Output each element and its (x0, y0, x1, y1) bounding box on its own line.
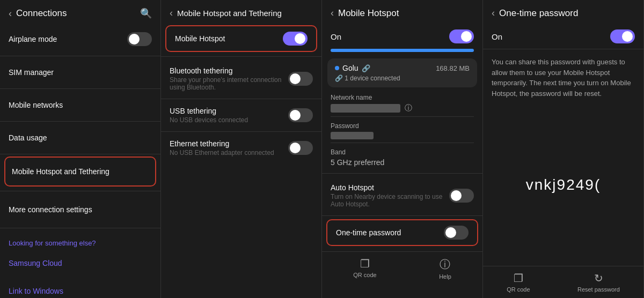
network-card: Golu 🔗 168.82 MB 🔗 1 device connected (327, 58, 477, 87)
connections-title: Connections (16, 8, 136, 19)
ethernet-tethering-item[interactable]: Ethernet tethering No USB Ethernet adapt… (161, 134, 321, 162)
help-label: Help (439, 273, 451, 280)
mobile-hotspot-label: Mobile Hotspot (175, 34, 277, 43)
auto-hotspot-item[interactable]: Auto Hotspot Turn on Nearby device scann… (322, 178, 482, 213)
qr-code-button[interactable]: ❐ QR code (353, 257, 376, 280)
airplane-mode-label: Airplane mode (9, 35, 127, 43)
hotspot-tethering-item[interactable]: Mobile Hotspot and Tethering (4, 157, 156, 187)
one-time-password-row: One-time password (327, 220, 477, 245)
network-name-field-label: Network name (331, 94, 474, 101)
band-value: 5 GHz preferred (331, 158, 474, 167)
mobile-hotspot-text: Mobile Hotspot (175, 34, 277, 43)
auto-hotspot-toggle[interactable] (449, 189, 474, 203)
devices-count: 1 device connected (345, 74, 400, 82)
hotspot-tethering-list: Mobile Hotspot Bluetooth tethering Share… (161, 24, 321, 298)
samsung-cloud-item[interactable]: Samsung Cloud (0, 249, 160, 277)
band-field[interactable]: Band 5 GHz preferred (322, 144, 482, 169)
hotspot-status-toggle[interactable] (449, 29, 474, 43)
network-name-masked (331, 104, 400, 113)
auto-hotspot-label: Auto Hotspot (331, 183, 444, 192)
ethernet-tethering-label: Ethernet tethering (170, 139, 283, 148)
data-usage-item[interactable]: Data usage (0, 124, 160, 152)
s4-password-value: vnkj9249( (526, 176, 601, 193)
s4-reset-icon: ↻ (594, 272, 603, 285)
mobile-hotspot-row: Mobile Hotspot (166, 26, 316, 51)
sim-manager-item[interactable]: SIM manager (0, 58, 160, 86)
progress-bar (331, 49, 474, 52)
bluetooth-tethering-label: Bluetooth tethering (170, 66, 283, 75)
ethernet-tethering-text: Ethernet tethering No USB Ethernet adapt… (170, 139, 283, 157)
hotspot-tethering-title: Mobile Hotspot and Tethering (177, 9, 313, 18)
data-usage-value: 168.82 MB (436, 64, 470, 72)
s4-status-toggle[interactable] (610, 29, 635, 43)
connections-header: ‹ Connections 🔍 (0, 0, 160, 25)
network-name: Golu (342, 64, 358, 72)
password-masked (331, 132, 374, 139)
one-time-password-text: One-time password (336, 228, 438, 237)
hotspot-tethering-label: Mobile Hotspot and Tethering (12, 167, 149, 176)
usb-tethering-text: USB tethering No USB devices connected (170, 107, 283, 124)
hotspot-tethering-header: ‹ Mobile Hotspot and Tethering (161, 0, 321, 24)
mobile-hotspot-toggle[interactable] (283, 32, 308, 46)
back-icon-3[interactable]: ‹ (331, 8, 334, 19)
more-settings-label: More connection settings (9, 205, 152, 214)
data-usage-label: Data usage (9, 133, 152, 142)
help-icon[interactable]: ⓘ (405, 103, 412, 113)
mobile-networks-item[interactable]: Mobile networks (0, 91, 160, 119)
mobile-networks-label: Mobile networks (9, 101, 152, 109)
samsung-cloud-label: Samsung Cloud (9, 259, 62, 267)
s4-reset-label: Reset password (577, 286, 620, 293)
bottom-bar: ❐ QR code ⓘ Help (322, 251, 482, 285)
status-row: On (322, 24, 482, 47)
auto-hotspot-text: Auto Hotspot Turn on Nearby device scann… (331, 183, 444, 208)
screen-connections: ‹ Connections 🔍 Airplane mode SIM manage… (0, 0, 161, 298)
password-field[interactable]: Password (322, 118, 482, 141)
search-icon[interactable]: 🔍 (140, 8, 152, 19)
s4-status-label: On (492, 32, 502, 41)
link-to-windows-label: Link to Windows (9, 287, 63, 295)
one-time-password-item[interactable]: One-time password (326, 219, 478, 246)
qr-code-icon: ❐ (360, 257, 370, 270)
status-label: On (331, 32, 341, 41)
usb-tethering-toggle[interactable] (288, 108, 313, 122)
s4-reset-button[interactable]: ↻ Reset password (577, 272, 620, 293)
hotspot-tethering-inner: Mobile Hotspot and Tethering (5, 158, 155, 185)
bluetooth-tethering-text: Bluetooth tethering Share your phone's i… (170, 66, 283, 91)
usb-tethering-sub: No USB devices connected (170, 116, 283, 124)
s4-qr-code-label: QR code (507, 286, 530, 293)
ethernet-tethering-sub: No USB Ethernet adapter connected (170, 149, 283, 157)
more-settings-item[interactable]: More connection settings (0, 196, 160, 224)
one-time-password-label: One-time password (336, 228, 438, 237)
bluetooth-tethering-item[interactable]: Bluetooth tethering Share your phone's i… (161, 61, 321, 96)
bluetooth-tethering-toggle[interactable] (288, 72, 313, 86)
screen-hotspot-tethering: ‹ Mobile Hotspot and Tethering Mobile Ho… (161, 0, 322, 298)
auto-hotspot-sub: Turn on Nearby device scanning to use Au… (331, 193, 444, 208)
s4-bottom-bar: ❐ QR code ↻ Reset password (483, 266, 643, 298)
network-name-field[interactable]: Network name ⓘ (322, 90, 482, 115)
screen-mobile-hotspot: ‹ Mobile Hotspot On Golu 🔗 168.82 MB 🔗 1… (322, 0, 483, 298)
link-to-windows-item[interactable]: Link to Windows (0, 277, 160, 298)
back-icon-2[interactable]: ‹ (170, 8, 173, 19)
s4-qr-code-icon: ❐ (514, 272, 523, 285)
s4-description: You can share this password with guests … (483, 51, 643, 104)
one-time-password-header: ‹ One-time password (483, 0, 643, 24)
bluetooth-tethering-sub: Share your phone's internet connection u… (170, 76, 283, 91)
s4-qr-code-button[interactable]: ❐ QR code (507, 272, 530, 293)
back-icon[interactable]: ‹ (9, 8, 12, 19)
one-time-password-toggle[interactable] (444, 226, 469, 240)
s4-status-row: On (483, 24, 643, 47)
help-button[interactable]: ⓘ Help (439, 257, 451, 280)
network-info: Golu 🔗 168.82 MB (335, 64, 470, 72)
airplane-mode-toggle[interactable] (127, 32, 152, 46)
mobile-hotspot-item[interactable]: Mobile Hotspot (165, 25, 317, 52)
airplane-mode-item[interactable]: Airplane mode (0, 25, 160, 54)
qr-code-label: QR code (353, 272, 376, 278)
usb-tethering-item[interactable]: USB tethering No USB devices connected (161, 101, 321, 129)
ethernet-tethering-toggle[interactable] (288, 141, 313, 155)
help-icon-bottom: ⓘ (440, 257, 450, 272)
s4-password-display: vnkj9249( (483, 104, 643, 266)
mobile-hotspot-title: Mobile Hotspot (338, 8, 474, 19)
band-label: Band (331, 148, 474, 156)
back-icon-4[interactable]: ‹ (492, 8, 495, 19)
sim-manager-label: SIM manager (9, 68, 152, 77)
